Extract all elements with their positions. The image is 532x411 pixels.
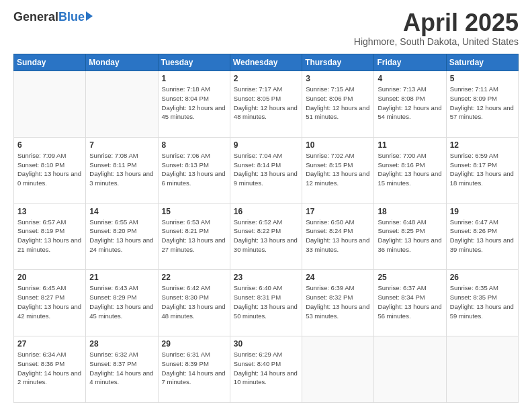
day-info: Sunrise: 7:09 AMSunset: 8:10 PMDaylight:… [17, 151, 82, 188]
table-row: 24Sunrise: 6:39 AMSunset: 8:32 PMDayligh… [302, 270, 374, 336]
day-info: Sunrise: 6:35 AMSunset: 8:35 PMDaylight:… [450, 283, 515, 320]
day-info: Sunrise: 6:52 AMSunset: 8:22 PMDaylight:… [234, 218, 298, 255]
table-row: 17Sunrise: 6:50 AMSunset: 8:24 PMDayligh… [302, 203, 374, 270]
day-info: Sunrise: 7:04 AMSunset: 8:14 PMDaylight:… [234, 151, 298, 188]
calendar-table: Sunday Monday Tuesday Wednesday Thursday… [13, 54, 519, 403]
day-info: Sunrise: 6:39 AMSunset: 8:32 PMDaylight:… [306, 283, 370, 320]
table-row: 16Sunrise: 6:52 AMSunset: 8:22 PMDayligh… [230, 203, 302, 270]
col-sunday: Sunday [14, 54, 86, 71]
col-monday: Monday [86, 54, 158, 71]
day-number: 4 [378, 74, 442, 83]
page: General Blue April 2025 Highmore, South … [0, 0, 532, 411]
table-row [302, 336, 374, 403]
day-info: Sunrise: 7:17 AMSunset: 8:05 PMDaylight:… [234, 85, 298, 122]
logo-triangle-icon [86, 11, 93, 21]
day-number: 6 [17, 140, 82, 150]
table-row: 5Sunrise: 7:11 AMSunset: 8:09 PMDaylight… [446, 71, 518, 138]
table-row: 20Sunrise: 6:45 AMSunset: 8:27 PMDayligh… [14, 270, 86, 336]
day-number: 19 [450, 207, 515, 216]
table-row: 9Sunrise: 7:04 AMSunset: 8:14 PMDaylight… [230, 137, 302, 203]
logo-blue-text: Blue [58, 11, 85, 23]
col-wednesday: Wednesday [230, 54, 302, 71]
day-number: 30 [234, 339, 298, 349]
calendar-week-row: 20Sunrise: 6:45 AMSunset: 8:27 PMDayligh… [14, 270, 519, 336]
calendar-week-row: 27Sunrise: 6:34 AMSunset: 8:36 PMDayligh… [14, 336, 519, 403]
day-number: 21 [89, 273, 154, 282]
day-number: 18 [378, 207, 442, 216]
day-info: Sunrise: 6:29 AMSunset: 8:40 PMDaylight:… [234, 350, 298, 387]
col-saturday: Saturday [446, 54, 518, 71]
day-info: Sunrise: 7:13 AMSunset: 8:08 PMDaylight:… [378, 85, 442, 122]
day-info: Sunrise: 6:57 AMSunset: 8:19 PMDaylight:… [17, 218, 82, 255]
day-info: Sunrise: 7:02 AMSunset: 8:15 PMDaylight:… [306, 151, 370, 188]
day-info: Sunrise: 7:11 AMSunset: 8:09 PMDaylight:… [450, 85, 515, 122]
table-row: 21Sunrise: 6:43 AMSunset: 8:29 PMDayligh… [86, 270, 158, 336]
col-tuesday: Tuesday [158, 54, 230, 71]
day-info: Sunrise: 6:42 AMSunset: 8:30 PMDaylight:… [162, 283, 226, 320]
day-number: 5 [450, 74, 515, 83]
table-row: 28Sunrise: 6:32 AMSunset: 8:37 PMDayligh… [86, 336, 158, 403]
day-number: 15 [162, 207, 226, 216]
table-row [86, 71, 158, 138]
table-row: 15Sunrise: 6:53 AMSunset: 8:21 PMDayligh… [158, 203, 230, 270]
day-number: 25 [378, 273, 442, 282]
day-info: Sunrise: 7:06 AMSunset: 8:13 PMDaylight:… [162, 151, 226, 188]
day-number: 7 [89, 140, 154, 150]
table-row: 1Sunrise: 7:18 AMSunset: 8:04 PMDaylight… [158, 71, 230, 138]
header-right: April 2025 Highmore, South Dakota, Unite… [354, 11, 519, 47]
day-number: 26 [450, 273, 515, 282]
day-number: 11 [378, 140, 442, 150]
day-number: 16 [234, 207, 298, 216]
table-row: 8Sunrise: 7:06 AMSunset: 8:13 PMDaylight… [158, 137, 230, 203]
table-row: 12Sunrise: 6:59 AMSunset: 8:17 PMDayligh… [446, 137, 518, 203]
calendar-header-row: Sunday Monday Tuesday Wednesday Thursday… [14, 54, 519, 71]
day-number: 17 [306, 207, 370, 216]
day-info: Sunrise: 7:18 AMSunset: 8:04 PMDaylight:… [162, 85, 226, 122]
day-number: 24 [306, 273, 370, 282]
day-number: 29 [162, 339, 226, 349]
day-number: 8 [162, 140, 226, 150]
calendar-week-row: 1Sunrise: 7:18 AMSunset: 8:04 PMDaylight… [14, 71, 519, 138]
day-number: 23 [234, 273, 298, 282]
day-number: 20 [17, 273, 82, 282]
day-info: Sunrise: 7:00 AMSunset: 8:16 PMDaylight:… [378, 151, 442, 188]
table-row: 11Sunrise: 7:00 AMSunset: 8:16 PMDayligh… [374, 137, 446, 203]
day-info: Sunrise: 6:53 AMSunset: 8:21 PMDaylight:… [162, 218, 226, 255]
day-info: Sunrise: 6:43 AMSunset: 8:29 PMDaylight:… [89, 283, 154, 320]
logo-general-text: General [13, 11, 58, 23]
table-row: 18Sunrise: 6:48 AMSunset: 8:25 PMDayligh… [374, 203, 446, 270]
table-row: 29Sunrise: 6:31 AMSunset: 8:39 PMDayligh… [158, 336, 230, 403]
table-row: 3Sunrise: 7:15 AMSunset: 8:06 PMDaylight… [302, 71, 374, 138]
day-info: Sunrise: 6:45 AMSunset: 8:27 PMDaylight:… [17, 283, 82, 320]
col-friday: Friday [374, 54, 446, 71]
table-row [14, 71, 86, 138]
day-info: Sunrise: 6:34 AMSunset: 8:36 PMDaylight:… [17, 350, 82, 387]
day-number: 14 [89, 207, 154, 216]
month-title: April 2025 [354, 11, 519, 35]
col-thursday: Thursday [302, 54, 374, 71]
day-number: 13 [17, 207, 82, 216]
table-row: 7Sunrise: 7:08 AMSunset: 8:11 PMDaylight… [86, 137, 158, 203]
table-row [446, 336, 518, 403]
table-row: 6Sunrise: 7:09 AMSunset: 8:10 PMDaylight… [14, 137, 86, 203]
table-row: 10Sunrise: 7:02 AMSunset: 8:15 PMDayligh… [302, 137, 374, 203]
logo: General Blue [13, 11, 93, 23]
table-row: 2Sunrise: 7:17 AMSunset: 8:05 PMDaylight… [230, 71, 302, 138]
day-info: Sunrise: 6:59 AMSunset: 8:17 PMDaylight:… [450, 151, 515, 188]
day-number: 3 [306, 74, 370, 83]
day-info: Sunrise: 6:50 AMSunset: 8:24 PMDaylight:… [306, 218, 370, 255]
day-number: 10 [306, 140, 370, 150]
day-number: 1 [162, 74, 226, 83]
day-info: Sunrise: 6:32 AMSunset: 8:37 PMDaylight:… [89, 350, 154, 387]
header: General Blue April 2025 Highmore, South … [13, 11, 519, 47]
table-row: 23Sunrise: 6:40 AMSunset: 8:31 PMDayligh… [230, 270, 302, 336]
table-row: 14Sunrise: 6:55 AMSunset: 8:20 PMDayligh… [86, 203, 158, 270]
day-info: Sunrise: 6:31 AMSunset: 8:39 PMDaylight:… [162, 350, 226, 387]
day-number: 9 [234, 140, 298, 150]
table-row: 25Sunrise: 6:37 AMSunset: 8:34 PMDayligh… [374, 270, 446, 336]
table-row [374, 336, 446, 403]
table-row: 19Sunrise: 6:47 AMSunset: 8:26 PMDayligh… [446, 203, 518, 270]
day-info: Sunrise: 6:47 AMSunset: 8:26 PMDaylight:… [450, 218, 515, 255]
day-number: 2 [234, 74, 298, 83]
table-row: 22Sunrise: 6:42 AMSunset: 8:30 PMDayligh… [158, 270, 230, 336]
